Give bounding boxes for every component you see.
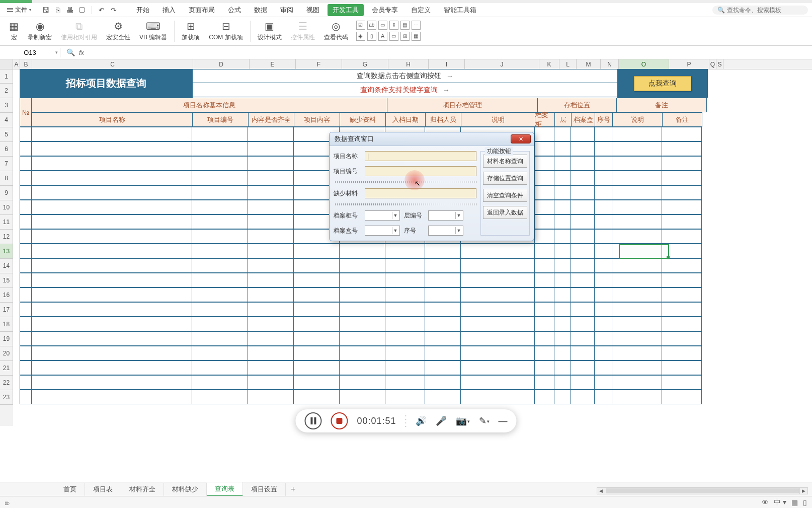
table-cell[interactable] — [594, 302, 612, 317]
export-icon[interactable]: ⎘ — [53, 6, 62, 15]
table-cell[interactable] — [192, 200, 248, 214]
table-cell[interactable] — [612, 287, 662, 302]
row-header[interactable]: 1 — [0, 69, 13, 84]
input-project-no[interactable] — [365, 166, 476, 176]
tab-view[interactable]: 视图 — [301, 4, 324, 16]
table-cell[interactable] — [31, 244, 192, 258]
table-cell[interactable] — [571, 273, 595, 287]
table-cell[interactable] — [192, 360, 248, 375]
table-cell[interactable] — [534, 273, 554, 287]
table-cell[interactable] — [594, 273, 612, 287]
table-cell[interactable] — [594, 127, 612, 141]
row-header[interactable]: 20 — [0, 346, 13, 361]
row-header[interactable]: 12 — [0, 230, 13, 244]
table-cell[interactable] — [534, 287, 554, 302]
table-cell[interactable] — [192, 287, 248, 302]
table-cell[interactable] — [339, 317, 385, 331]
grid-view-icon[interactable]: ▦ — [791, 498, 798, 506]
table-cell[interactable] — [20, 185, 32, 200]
table-cell[interactable] — [192, 214, 248, 229]
table-cell[interactable] — [385, 258, 425, 273]
dialog-titlebar[interactable]: 数据查询窗口 ✕ — [330, 132, 534, 146]
table-cell[interactable] — [425, 287, 461, 302]
table-cell[interactable] — [534, 156, 554, 171]
btn-material-query[interactable]: 材料名称查询 — [483, 155, 527, 168]
ribbon-com-addin[interactable]: ⊟COM 加载项 — [205, 18, 247, 44]
ctrl-image-icon[interactable]: ▦ — [412, 32, 421, 41]
table-cell[interactable] — [248, 214, 294, 229]
table-cell[interactable] — [662, 185, 702, 200]
btn-back-input[interactable]: 返回录入数据 — [483, 206, 527, 219]
table-cell[interactable] — [425, 317, 461, 331]
table-cell[interactable] — [20, 200, 32, 214]
table-cell[interactable] — [385, 302, 425, 317]
ctrl-scroll-icon[interactable]: ⊞ — [400, 32, 410, 41]
table-cell[interactable] — [31, 331, 192, 346]
table-cell[interactable] — [534, 214, 554, 229]
table-cell[interactable] — [594, 156, 612, 171]
row-header[interactable]: 16 — [0, 288, 13, 303]
select-all-corner[interactable] — [0, 59, 13, 69]
click-me-query-button[interactable]: 点我查询 — [634, 76, 691, 91]
sheet-tab-home[interactable]: 首页 — [55, 483, 85, 496]
table-cell[interactable] — [662, 375, 702, 390]
table-cell[interactable] — [192, 258, 248, 273]
table-cell[interactable] — [192, 375, 248, 390]
table-cell[interactable] — [192, 229, 248, 244]
table-cell[interactable] — [534, 185, 554, 200]
table-cell[interactable] — [248, 317, 294, 331]
table-cell[interactable] — [612, 375, 662, 390]
row-header[interactable]: 18 — [0, 317, 13, 332]
table-cell[interactable] — [20, 258, 32, 273]
table-cell[interactable] — [571, 171, 595, 185]
ribbon-macro-security[interactable]: ⚙宏安全性 — [102, 18, 134, 44]
table-cell[interactable] — [192, 331, 248, 346]
ctrl-list-icon[interactable]: ▤ — [400, 21, 410, 30]
table-cell[interactable] — [594, 346, 612, 360]
table-cell[interactable] — [293, 258, 340, 273]
table-cell[interactable] — [612, 317, 662, 331]
table-cell[interactable] — [554, 156, 571, 171]
table-cell[interactable] — [554, 185, 571, 200]
table-cell[interactable] — [20, 346, 32, 360]
table-cell[interactable] — [293, 244, 340, 258]
col-header[interactable]: H — [388, 59, 429, 69]
tab-smarttools[interactable]: 智能工具箱 — [439, 4, 481, 16]
table-cell[interactable] — [339, 302, 385, 317]
search-input[interactable] — [727, 7, 803, 14]
table-cell[interactable] — [20, 287, 32, 302]
table-cell[interactable] — [248, 156, 294, 171]
table-cell[interactable] — [612, 244, 662, 258]
col-header[interactable]: J — [465, 59, 539, 69]
sheet-tab-complete[interactable]: 材料齐全 — [121, 483, 164, 496]
sheet-tab-project[interactable]: 项目表 — [85, 483, 121, 496]
undo-icon[interactable]: ↶ — [97, 6, 106, 15]
table-cell[interactable] — [594, 375, 612, 390]
table-cell[interactable] — [192, 185, 248, 200]
table-cell[interactable] — [248, 273, 294, 287]
table-cell[interactable] — [31, 214, 192, 229]
table-cell[interactable] — [534, 360, 554, 375]
table-cell[interactable] — [31, 258, 192, 273]
table-cell[interactable] — [571, 185, 595, 200]
table-cell[interactable] — [20, 156, 32, 171]
table-cell[interactable] — [594, 360, 612, 375]
table-cell[interactable] — [31, 360, 192, 375]
table-cell[interactable] — [385, 346, 425, 360]
table-cell[interactable] — [293, 360, 340, 375]
table-cell[interactable] — [31, 141, 192, 156]
table-cell[interactable] — [571, 127, 595, 141]
row-header[interactable]: 4 — [0, 113, 13, 127]
table-cell[interactable] — [425, 244, 461, 258]
table-cell[interactable] — [612, 127, 662, 141]
tab-custom[interactable]: 自定义 — [406, 4, 436, 16]
table-cell[interactable] — [594, 317, 612, 331]
table-cell[interactable] — [248, 375, 294, 390]
table-cell[interactable] — [460, 331, 535, 346]
tab-review[interactable]: 审阅 — [275, 4, 298, 16]
table-cell[interactable] — [31, 273, 192, 287]
table-cell[interactable] — [612, 141, 662, 156]
row-header[interactable]: 23 — [0, 390, 13, 405]
table-cell[interactable] — [192, 171, 248, 185]
scroll-thumb[interactable] — [606, 488, 799, 493]
